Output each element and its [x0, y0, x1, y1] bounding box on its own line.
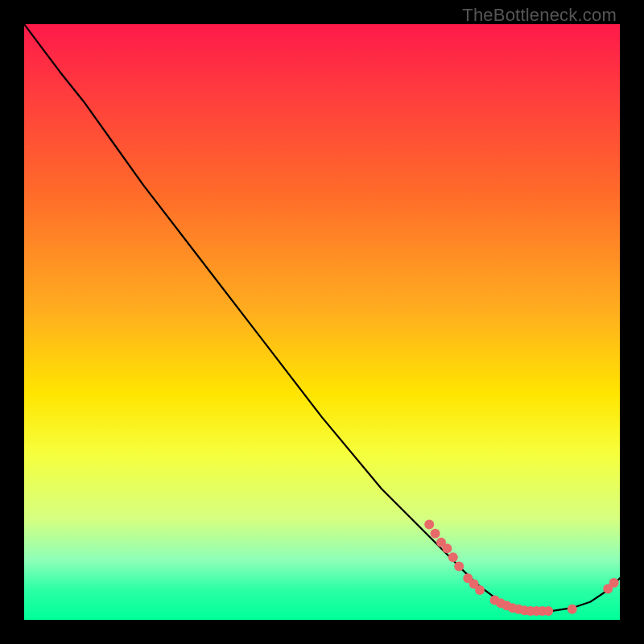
scatter-dot	[442, 543, 452, 553]
chart-overlay	[24, 24, 620, 620]
scatter-dot	[475, 585, 485, 595]
scatter-dot	[609, 578, 619, 588]
scatter-dot	[454, 561, 464, 571]
watermark-text: TheBottleneck.com	[462, 5, 617, 26]
scatter-dot	[543, 606, 553, 616]
scatter-dot	[431, 529, 440, 539]
scatter-dot	[424, 520, 434, 530]
plot-area	[24, 24, 620, 620]
curve-line	[24, 24, 620, 612]
chart-frame: TheBottleneck.com	[0, 0, 644, 644]
scatter-dot	[448, 552, 458, 562]
scatter-dot	[568, 605, 577, 614]
